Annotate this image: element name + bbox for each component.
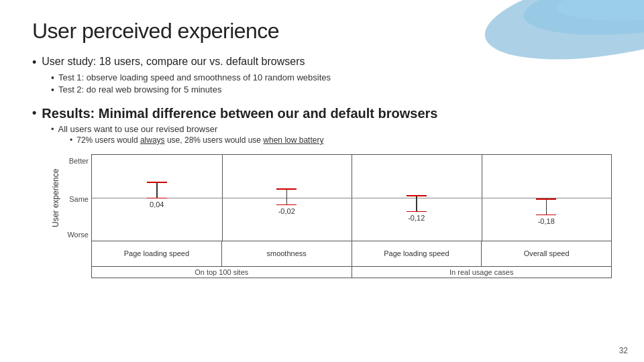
- bottom-label-3: Page loading speed: [352, 241, 482, 267]
- bullet-1-text: • User study: 18 users, compare our vs. …: [32, 56, 612, 70]
- chart-plot: 0,04 -0,02 -0,12: [91, 154, 612, 241]
- bullet-dot: •: [51, 72, 54, 83]
- error-bar-v-3: [416, 196, 417, 211]
- bullet-dot: •: [51, 84, 54, 95]
- slide-content: User perceived experience • User study: …: [0, 0, 644, 362]
- data-point-1: 0,04: [147, 155, 167, 208]
- data-point-2: -0,02: [276, 155, 297, 215]
- y-better-label: Better: [62, 157, 91, 165]
- when-low-battery-underline: when low battery: [263, 135, 323, 145]
- page-number: 32: [619, 346, 628, 355]
- error-bar-bottom-3: [407, 211, 427, 213]
- footer-label-1: On top 100 sites: [91, 267, 352, 278]
- data-value-4: -0,18: [538, 217, 555, 225]
- bullet-2: • Results: Minimal difference between ou…: [32, 101, 612, 147]
- data-value-3: -0,12: [408, 214, 425, 222]
- chart-footer-labels: On top 100 sites In real usage cases: [91, 267, 612, 278]
- bullet-dot: •: [32, 106, 36, 120]
- bottom-label-2: smoothness: [222, 241, 352, 267]
- footer-label-2: In real usage cases: [352, 267, 612, 278]
- bullet-dot: •: [32, 56, 36, 70]
- bullet-dot: •: [70, 135, 72, 145]
- bullet-dot: •: [51, 124, 54, 134]
- error-bar-v-1: [156, 183, 158, 198]
- always-underline: always: [140, 135, 165, 145]
- error-bar-bottom-4: [536, 215, 556, 216]
- error-bar-v-4: [546, 200, 547, 215]
- data-value-1: 0,04: [150, 200, 164, 208]
- bullet-1-sub2: • Test 2: do real web browsing for 5 min…: [51, 84, 612, 95]
- bullet-1-sub1: • Test 1: observe loading speed and smoo…: [51, 72, 612, 83]
- bullet-1: • User study: 18 users, compare our vs. …: [32, 56, 612, 97]
- same-line: [92, 198, 611, 198]
- chart-bottom-labels: Page loading speed smoothness Page loadi…: [91, 241, 612, 267]
- slide-title: User perceived experience: [32, 19, 612, 44]
- bullet-2-sub1: • All users want to use our revised brow…: [51, 124, 612, 134]
- chart-area: User experience Better Same Worse: [51, 154, 612, 278]
- data-point-4: -0,18: [536, 155, 556, 225]
- error-bar-v-2: [286, 190, 288, 204]
- y-tick-labels: Better Same Worse: [62, 154, 91, 241]
- y-axis-label: User experience: [51, 154, 60, 241]
- bullet-2-text: • Results: Minimal difference between ou…: [32, 106, 612, 121]
- error-bar-bottom-2: [276, 204, 297, 206]
- y-same-label: Same: [62, 195, 91, 203]
- error-bar-bottom-1: [147, 198, 167, 199]
- bottom-label-4: Overall speed: [482, 241, 612, 267]
- y-worse-label: Worse: [62, 231, 91, 239]
- data-point-3: -0,12: [407, 155, 427, 222]
- data-value-2: -0,02: [278, 207, 295, 215]
- bullet-2-sub2: • 72% users would always use, 28% users …: [70, 135, 612, 145]
- bottom-label-1: Page loading speed: [91, 241, 222, 267]
